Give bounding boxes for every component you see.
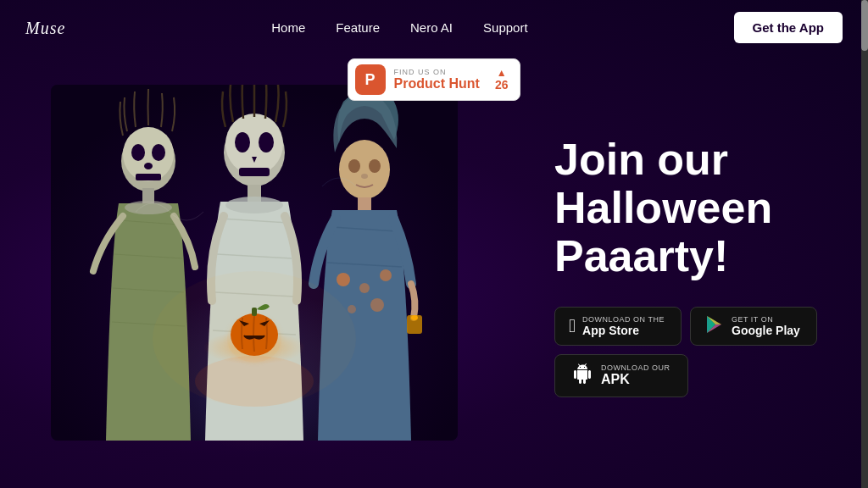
header: Muse Home Feature Nero AI Support Get th…	[0, 0, 868, 55]
product-hunt-find-label: FIND US ON	[394, 68, 480, 76]
google-play-text: GET IT ON Google Play	[732, 315, 800, 337]
download-buttons-section:  Download on the App Store	[554, 307, 817, 397]
apk-label-big: APK	[601, 372, 670, 387]
svg-point-29	[337, 273, 350, 286]
app-store-label-big: App Store	[582, 324, 665, 337]
app-store-button[interactable]:  Download on the App Store	[554, 307, 682, 346]
apk-text-group: DOWNLOAD OUR APK	[601, 363, 670, 387]
svg-point-35	[411, 315, 418, 320]
product-hunt-badge[interactable]: P FIND US ON Product Hunt ▲ 26	[348, 58, 521, 101]
apple-icon: 	[569, 317, 576, 336]
scrollbar[interactable]	[861, 0, 868, 488]
google-play-button[interactable]: GET IT ON Google Play	[690, 307, 817, 346]
svg-point-13	[259, 132, 274, 152]
app-store-label-small: Download on the	[582, 315, 665, 324]
svg-point-32	[348, 305, 356, 313]
svg-point-24	[339, 140, 390, 199]
svg-point-4	[131, 144, 145, 161]
hero-title-line2: Halloween	[554, 183, 772, 232]
svg-point-30	[359, 283, 370, 293]
hero-content: Join our Halloween Paaarty!  Download o…	[554, 136, 817, 397]
svg-point-33	[370, 298, 384, 312]
svg-point-12	[235, 132, 250, 152]
svg-point-25	[348, 159, 360, 173]
svg-point-11	[225, 114, 283, 175]
product-hunt-section: P FIND US ON Product Hunt ▲ 26	[0, 58, 868, 101]
store-download-row:  Download on the App Store	[554, 307, 817, 346]
svg-point-5	[152, 144, 165, 161]
apk-download-button[interactable]: DOWNLOAD OUR APK	[554, 354, 688, 397]
android-icon	[572, 363, 593, 388]
scrollbar-thumb[interactable]	[861, 0, 868, 51]
app-store-text: Download on the App Store	[582, 315, 665, 337]
apk-download-row: DOWNLOAD OUR APK	[554, 354, 817, 397]
hero-title-line3: Paaarty!	[554, 231, 728, 280]
product-hunt-text: FIND US ON Product Hunt	[394, 68, 480, 92]
svg-point-16	[225, 197, 283, 214]
nav-support[interactable]: Support	[483, 20, 528, 35]
nav-feature[interactable]: Feature	[336, 20, 380, 35]
hero-illustration	[51, 85, 458, 441]
svg-rect-14	[239, 168, 270, 176]
navigation: Home Feature Nero AI Support	[271, 20, 527, 35]
svg-point-27	[361, 174, 368, 179]
nav-home[interactable]: Home	[271, 20, 305, 35]
product-hunt-votes: ▲ 26	[495, 68, 509, 92]
apk-label-small: DOWNLOAD OUR	[601, 363, 670, 372]
svg-point-6	[144, 163, 153, 169]
svg-rect-28	[358, 197, 371, 211]
google-play-icon	[704, 314, 725, 338]
svg-point-36	[153, 271, 356, 407]
google-play-label-big: Google Play	[732, 324, 800, 337]
product-hunt-name: Product Hunt	[394, 76, 480, 92]
get-app-button[interactable]: Get the App	[734, 12, 843, 43]
svg-point-3	[123, 127, 174, 181]
svg-point-26	[369, 159, 381, 173]
hero-title-line1: Join our	[554, 135, 728, 184]
nav-nero-ai[interactable]: Nero AI	[410, 20, 453, 35]
google-play-label-small: GET IT ON	[732, 315, 800, 324]
logo[interactable]: Muse	[25, 16, 65, 39]
svg-rect-7	[136, 174, 161, 180]
hero-image	[51, 85, 458, 441]
svg-point-31	[380, 269, 392, 281]
logo-text: Muse	[25, 19, 65, 37]
upvote-arrow-icon: ▲	[497, 68, 507, 78]
hero-title: Join our Halloween Paaarty!	[554, 136, 817, 281]
product-hunt-icon: P	[355, 64, 386, 95]
vote-count: 26	[495, 78, 509, 92]
